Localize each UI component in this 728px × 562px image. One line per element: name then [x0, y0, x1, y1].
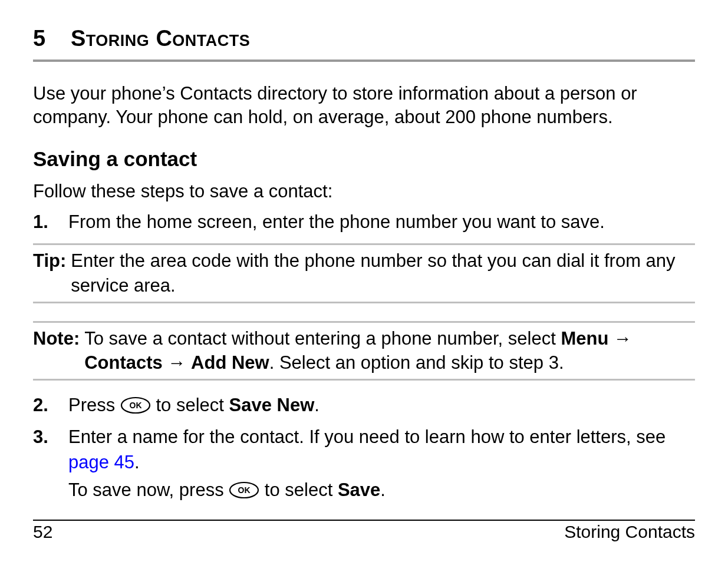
step-1: 1. From the home screen, enter the phone… [33, 209, 695, 234]
section-intro: Follow these steps to save a contact: [33, 179, 695, 204]
step-3-save: Save [338, 480, 380, 500]
note-addnew: Add New [191, 352, 269, 373]
note-label: Note: [33, 326, 84, 376]
steps-list-part-2: 2. Press OK to select Save New. 3. Enter… [33, 392, 695, 503]
note-rule-top [33, 321, 695, 323]
step-2: 2. Press OK to select Save New. [33, 392, 695, 418]
arrow-icon: → [163, 352, 191, 373]
note-text-a: To save a contact without entering a pho… [84, 328, 561, 349]
page-number: 52 [33, 522, 52, 542]
steps-list-part-1: 1. From the home screen, enter the phone… [33, 209, 695, 234]
ok-button-icon: OK [229, 481, 259, 499]
title-rule [33, 59, 695, 62]
step-3-continuation: To save now, press OK to select Save. [68, 477, 695, 503]
chapter-title-text: Storing Contacts [71, 26, 250, 51]
step-2-pre: Press [68, 395, 120, 415]
tip-rule-top [33, 243, 695, 245]
step-3-line1b: . [134, 452, 140, 472]
note-menu: Menu [561, 328, 608, 349]
step-number: 2. [33, 392, 48, 418]
step-2-post: to select [151, 395, 229, 415]
intro-paragraph: Use your phone’s Contacts directory to s… [33, 82, 695, 130]
step-number: 1. [33, 209, 48, 234]
footer-rule [33, 520, 695, 521]
tip-callout: Tip: Enter the area code with the phone … [33, 249, 695, 298]
step-number: 3. [33, 424, 48, 449]
note-contacts: Contacts [84, 352, 163, 373]
step-3: 3. Enter a name for the contact. If you … [33, 424, 695, 503]
step-3-line2b: to select [259, 480, 338, 500]
step-2-period: . [314, 395, 319, 415]
step-2-bold: Save New [229, 395, 315, 415]
ok-button-icon: OK [120, 396, 151, 414]
step-text: From the home screen, enter the phone nu… [68, 211, 605, 232]
svg-text:OK: OK [238, 485, 251, 495]
chapter-title: 5 Storing Contacts [33, 26, 695, 51]
svg-text:OK: OK [129, 401, 141, 410]
note-text-b: . Select an option and skip to step 3. [269, 352, 564, 373]
note-callout: Note: To save a contact without entering… [33, 326, 695, 376]
manual-page: 5 Storing Contacts Use your phone’s Cont… [0, 0, 728, 562]
step-3-line2c: . [380, 480, 386, 500]
chapter-number: 5 [33, 26, 71, 51]
step-3-line1a: Enter a name for the contact. If you nee… [68, 427, 666, 447]
page-footer: 52 Storing Contacts [33, 520, 695, 542]
tip-text: Enter the area code with the phone numbe… [71, 249, 695, 298]
running-head: Storing Contacts [564, 522, 695, 542]
page-45-link[interactable]: page 45 [68, 452, 134, 472]
step-3-line2a: To save now, press [68, 480, 229, 500]
arrow-icon: → [608, 328, 632, 349]
note-content: To save a contact without entering a pho… [84, 326, 695, 376]
tip-label: Tip: [33, 249, 71, 298]
section-heading: Saving a contact [33, 147, 695, 171]
